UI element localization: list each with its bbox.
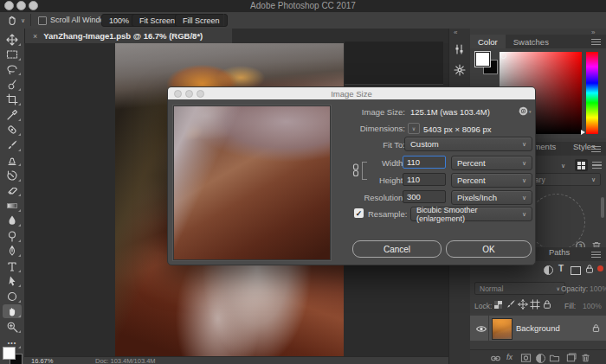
quick-selection-tool[interactable]: [3, 78, 22, 92]
tool-preset-chevron-icon[interactable]: ∨: [21, 17, 25, 23]
layer-name[interactable]: Background: [516, 323, 560, 333]
gradient-tool[interactable]: [3, 199, 22, 213]
status-zoom-level[interactable]: 16.67%: [31, 357, 53, 364]
chevron-down-icon: ∨: [557, 286, 560, 291]
new-adjustment-layer-icon[interactable]: [536, 354, 545, 363]
status-doc-info[interactable]: Doc: 103.4M/103.4M: [95, 357, 156, 364]
blur-tool[interactable]: [3, 214, 22, 227]
panel-scrollbar[interactable]: [601, 197, 604, 218]
hand-tool-icon[interactable]: [6, 14, 18, 26]
color-panel-tabs: Color Swatches: [470, 35, 606, 48]
dimensions-label: Dimensions:: [301, 124, 405, 133]
layer-row-background[interactable]: Background: [470, 316, 606, 341]
hand-tool[interactable]: [3, 304, 22, 318]
filter-shape-icon[interactable]: [571, 266, 581, 275]
width-unit-select[interactable]: Percent ∨: [451, 156, 532, 170]
tool-options-bar: ∨ Scroll All Windows 100% Fit Screen Fil…: [0, 12, 606, 29]
check-icon: ✓: [356, 209, 363, 218]
opacity-value[interactable]: 100%: [590, 284, 606, 293]
dialog-titlebar[interactable]: Image Size: [168, 87, 535, 99]
dodge-tool[interactable]: [3, 229, 22, 243]
sort-chevron-icon[interactable]: ∨: [561, 163, 565, 169]
grid-view-icon[interactable]: [575, 159, 588, 171]
filter-type-icon[interactable]: T: [558, 264, 564, 273]
new-layer-icon[interactable]: [565, 353, 577, 363]
lasso-tool[interactable]: [3, 62, 22, 76]
blend-mode-select[interactable]: Normal ∨: [474, 282, 565, 295]
ok-button[interactable]: OK: [446, 240, 532, 258]
clone-stamp-tool[interactable]: [3, 153, 22, 167]
tab-swatches[interactable]: Swatches: [506, 35, 557, 48]
height-input[interactable]: [403, 173, 446, 186]
lock-paint-icon[interactable]: [506, 299, 516, 310]
layer-styles-fx-icon[interactable]: fx: [506, 353, 513, 361]
scroll-all-windows-checkbox[interactable]: [38, 16, 47, 25]
panel-menu-icon[interactable]: [591, 252, 601, 258]
dimensions-value: 5403 px × 8096 px: [423, 125, 491, 134]
height-unit-select[interactable]: Percent ∨: [451, 173, 532, 188]
eyedropper-tool[interactable]: [3, 108, 22, 122]
document-status-bar: 16.67% Doc: 103.4M/103.4M: [24, 356, 448, 364]
lock-label: Lock:: [474, 302, 492, 310]
pen-tool[interactable]: [3, 244, 22, 258]
history-brush-tool[interactable]: [3, 169, 22, 182]
move-tool[interactable]: [3, 33, 22, 47]
eraser-tool[interactable]: [3, 183, 22, 197]
foreground-color-swatch[interactable]: [3, 347, 16, 360]
foreground-color-chip[interactable]: [475, 52, 490, 67]
width-input[interactable]: [403, 156, 446, 169]
resample-method-select[interactable]: Bicubic Smoother (enlargement) ∨: [410, 207, 532, 221]
lock-position-icon[interactable]: [518, 299, 528, 310]
blend-mode-value: Normal: [480, 284, 503, 293]
path-selection-tool[interactable]: [3, 274, 22, 288]
fill-label: Fill:: [564, 302, 576, 310]
zoom-tool[interactable]: [3, 320, 22, 334]
document-tab[interactable]: × YanZhang-Image1.psb @ 16.7% (RGB/8*): [24, 29, 232, 43]
brush-tool[interactable]: [3, 138, 22, 152]
layer-thumbnail[interactable]: [492, 318, 513, 340]
link-layers-icon[interactable]: [490, 354, 501, 363]
canvas-dark-region: [345, 42, 443, 85]
crop-tool[interactable]: [3, 93, 22, 106]
layer-visibility-eye-icon[interactable]: [475, 324, 487, 334]
divider: [488, 316, 489, 341]
delete-layer-trash-icon[interactable]: [580, 352, 591, 363]
spot-healing-brush-tool[interactable]: [3, 123, 22, 137]
ellipse-tool[interactable]: [3, 290, 22, 303]
fill-value[interactable]: 100%: [583, 302, 602, 310]
resolution-unit-select[interactable]: Pixels/Inch ∨: [451, 190, 532, 205]
collapse-panels-icon[interactable]: «: [454, 29, 457, 36]
filter-adjustment-icon[interactable]: [544, 265, 553, 275]
fill-screen-button[interactable]: Fill Screen: [175, 14, 228, 27]
resample-label: Resample:: [368, 209, 407, 219]
chevron-down-icon: ∨: [522, 141, 526, 147]
cancel-button[interactable]: Cancel: [352, 240, 442, 258]
close-tab-icon[interactable]: ×: [33, 32, 37, 41]
rectangular-marquee-tool[interactable]: [3, 48, 22, 61]
opacity-label: Opacity:: [561, 284, 588, 293]
adjustments-panel-icon[interactable]: [451, 61, 468, 79]
lock-all-icon[interactable]: [542, 299, 552, 310]
tab-color[interactable]: Color: [470, 35, 506, 48]
layer-mask-icon[interactable]: [520, 353, 532, 363]
gear-icon[interactable]: [518, 105, 529, 117]
filter-toggle-icon[interactable]: [597, 265, 603, 271]
lock-transparency-icon[interactable]: [494, 301, 502, 309]
hue-marker-icon[interactable]: [581, 130, 585, 135]
resolution-input[interactable]: [403, 190, 446, 203]
fit-to-select[interactable]: Custom ∨: [404, 137, 532, 151]
type-tool[interactable]: [3, 259, 22, 273]
panel-menu-icon[interactable]: [591, 39, 601, 45]
tab-paths[interactable]: Paths: [541, 247, 577, 257]
panel-menu-icon[interactable]: [591, 146, 601, 152]
list-view-icon[interactable]: [592, 162, 602, 169]
width-unit-value: Percent: [457, 158, 486, 168]
chevron-down-icon: ∨: [522, 160, 526, 166]
resample-checkbox[interactable]: ✓: [354, 208, 364, 218]
hue-strip[interactable]: [586, 52, 598, 134]
new-group-folder-icon[interactable]: [549, 353, 560, 363]
filter-smart-object-icon[interactable]: [584, 264, 595, 274]
lock-artboard-icon[interactable]: [530, 299, 540, 310]
properties-panel-icon[interactable]: [451, 41, 468, 58]
dimensions-chevron-button[interactable]: ∨: [408, 123, 420, 134]
